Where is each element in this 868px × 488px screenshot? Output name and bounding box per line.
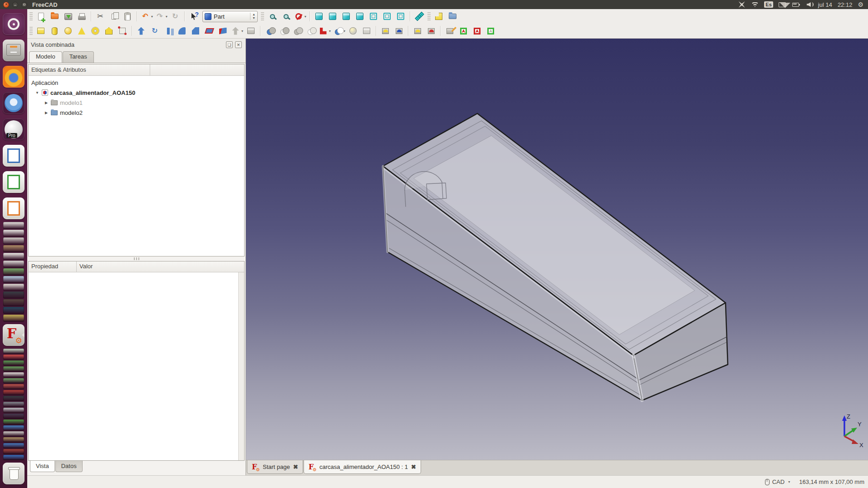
launcher-stacked-app-bottom-15[interactable] bbox=[3, 431, 24, 436]
launcher-stacked-app-mid-13[interactable] bbox=[3, 315, 24, 321]
tab-datos[interactable]: Datos bbox=[55, 461, 83, 472]
launcher-stacked-app-mid-7[interactable] bbox=[3, 268, 24, 275]
view-right-button[interactable] bbox=[353, 10, 367, 23]
create-primitives-button[interactable] bbox=[102, 25, 116, 37]
window-close-button[interactable]: ✕ bbox=[3, 2, 9, 8]
indicator-applet-icon[interactable] bbox=[738, 1, 745, 8]
offset-button[interactable] bbox=[346, 25, 360, 37]
launcher-stacked-app-mid-4[interactable] bbox=[3, 245, 24, 252]
workbench-selector[interactable]: Part▲▼ bbox=[202, 11, 258, 22]
nav-style-selector[interactable]: CAD bbox=[772, 478, 785, 485]
measure-angular-button[interactable] bbox=[424, 25, 438, 37]
redo-dropdown-icon[interactable]: ▾ bbox=[166, 15, 167, 19]
launcher-stacked-app-bottom-13[interactable] bbox=[3, 419, 24, 424]
primitive-cylinder-button[interactable] bbox=[48, 25, 61, 37]
make-face-button[interactable] bbox=[202, 25, 216, 37]
launcher-stacked-app-mid-5[interactable] bbox=[3, 253, 24, 260]
defeaturing-button[interactable] bbox=[392, 25, 406, 37]
primitive-box-button[interactable] bbox=[34, 25, 48, 37]
whats-this-button[interactable]: ? bbox=[187, 10, 201, 23]
tree-item-modelo2[interactable]: ▶ modelo2 bbox=[29, 108, 244, 118]
fit-selection-button[interactable] bbox=[279, 10, 293, 23]
cross-sections-button[interactable]: ▾ bbox=[332, 25, 346, 37]
cross-sections-dropdown-icon[interactable]: ▾ bbox=[343, 29, 345, 33]
view-top-button[interactable] bbox=[339, 10, 353, 23]
save-document-button[interactable] bbox=[61, 10, 75, 23]
refresh-button[interactable]: ↻ bbox=[168, 10, 182, 23]
launcher-item-libreoffice-writer[interactable] bbox=[3, 145, 25, 167]
primitive-torus-button[interactable] bbox=[88, 25, 102, 37]
launcher-stacked-app-bottom-12[interactable] bbox=[3, 414, 24, 419]
boolean-union-button[interactable] bbox=[290, 25, 304, 37]
view-front-button[interactable] bbox=[326, 10, 339, 23]
measure-toggle-3d-button[interactable] bbox=[470, 25, 484, 37]
launcher-stacked-app-bottom-11[interactable] bbox=[3, 408, 24, 413]
part-library-button[interactable] bbox=[432, 10, 446, 23]
launcher-item-google-earth-pro[interactable]: Pro bbox=[3, 118, 25, 140]
sweep-button[interactable] bbox=[244, 25, 258, 37]
launcher-stacked-app-mid-6[interactable] bbox=[3, 261, 24, 267]
sound-icon[interactable] bbox=[805, 1, 813, 8]
launcher-item-trash[interactable] bbox=[3, 463, 25, 484]
launcher-stacked-app-bottom-8[interactable] bbox=[3, 390, 24, 395]
check-geometry-button[interactable] bbox=[378, 25, 392, 37]
new-document-button[interactable] bbox=[34, 10, 48, 23]
primitive-sphere-button[interactable] bbox=[61, 25, 75, 37]
primitive-cone-button[interactable] bbox=[75, 25, 88, 37]
launcher-item-file-manager[interactable] bbox=[3, 39, 25, 61]
panel-close-button[interactable]: ✕ bbox=[235, 41, 242, 48]
launcher-item-libreoffice-impress[interactable] bbox=[3, 197, 25, 219]
undo-dropdown-icon[interactable]: ▾ bbox=[151, 15, 153, 19]
clock-date[interactable]: jul 14 bbox=[818, 1, 832, 8]
open-document-button[interactable] bbox=[48, 10, 61, 23]
revolve-button[interactable]: ↻ bbox=[148, 25, 162, 37]
boolean-cut-button[interactable] bbox=[276, 25, 290, 37]
launcher-stacked-app-bottom-5[interactable] bbox=[3, 372, 24, 377]
view-bottom-button[interactable] bbox=[380, 10, 394, 23]
mirror-button[interactable] bbox=[162, 25, 175, 37]
measure-refresh-button[interactable] bbox=[443, 25, 456, 37]
paste-button[interactable] bbox=[121, 10, 134, 23]
boolean-button[interactable] bbox=[263, 25, 276, 37]
view-left-button[interactable] bbox=[394, 10, 407, 23]
document-tab-start-page[interactable]: F⚙Start page✖ bbox=[247, 460, 303, 474]
launcher-stacked-app-mid-11[interactable] bbox=[3, 299, 24, 306]
open-folder-button[interactable] bbox=[446, 10, 459, 23]
view-rear-button[interactable] bbox=[367, 10, 380, 23]
expand-arrow-icon[interactable]: ▼ bbox=[35, 91, 39, 95]
launcher-item-firefox[interactable] bbox=[3, 66, 25, 88]
launcher-stacked-app-bottom-18[interactable] bbox=[3, 449, 24, 454]
launcher-item-libreoffice-calc[interactable] bbox=[3, 171, 25, 193]
3d-viewport[interactable]: Z Y X bbox=[246, 39, 868, 460]
launcher-stacked-app-bottom-14[interactable] bbox=[3, 425, 24, 430]
launcher-stacked-app-bottom-4[interactable] bbox=[3, 366, 24, 371]
wifi-icon[interactable] bbox=[751, 1, 759, 8]
launcher-stacked-app-mid-9[interactable] bbox=[3, 284, 24, 291]
launcher-stacked-app-bottom-10[interactable] bbox=[3, 402, 24, 407]
measure-toggle-delta-button[interactable] bbox=[484, 25, 497, 37]
keyboard-layout-indicator[interactable]: Es bbox=[764, 1, 773, 8]
thickness-button[interactable] bbox=[360, 25, 373, 37]
launcher-item-chromium[interactable] bbox=[3, 92, 25, 114]
fillet-button[interactable] bbox=[175, 25, 189, 37]
redo-button[interactable]: ↷▾ bbox=[154, 10, 168, 23]
cut-button[interactable]: ✂ bbox=[93, 10, 107, 23]
session-menu-icon[interactable]: ⚙ bbox=[858, 1, 863, 8]
battery-icon[interactable] bbox=[792, 1, 799, 8]
launcher-item-freecad[interactable]: F⚙ bbox=[3, 324, 25, 346]
section-dropdown-icon[interactable]: ▾ bbox=[329, 29, 331, 33]
draw-style-dropdown-icon[interactable]: ▾ bbox=[304, 15, 306, 19]
launcher-stacked-app-mid-2[interactable] bbox=[3, 230, 24, 237]
loft-dropdown-icon[interactable]: ▾ bbox=[241, 29, 243, 33]
document-tab-carcasa[interactable]: F⚙carcasa_alimentador_AOA150 : 1✖ bbox=[304, 460, 421, 474]
measure-linear-button[interactable] bbox=[411, 25, 424, 37]
launcher-stacked-app-mid-3[interactable] bbox=[3, 237, 24, 244]
extrude-button[interactable] bbox=[134, 25, 148, 37]
boolean-intersection-button[interactable] bbox=[304, 25, 317, 37]
tree-item-modelo1[interactable]: ▶ modelo1 bbox=[29, 98, 244, 108]
section-button[interactable]: ▾ bbox=[317, 25, 332, 37]
launcher-stacked-app-bottom-9[interactable] bbox=[3, 396, 24, 401]
loft-button[interactable]: ▾ bbox=[230, 25, 244, 37]
ruled-surface-button[interactable] bbox=[216, 25, 230, 37]
property-table-body[interactable] bbox=[29, 272, 244, 460]
